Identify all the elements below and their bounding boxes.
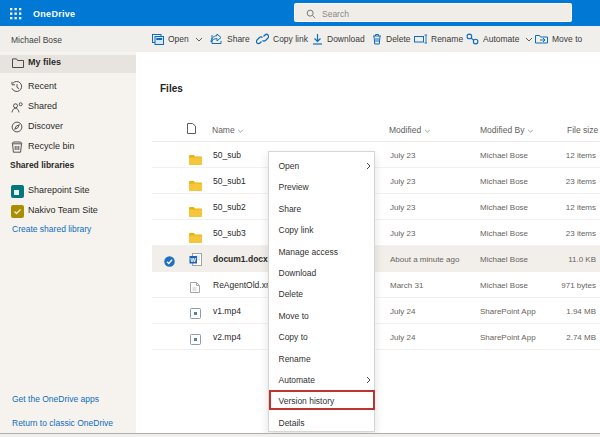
svg-text:W: W — [190, 257, 196, 263]
